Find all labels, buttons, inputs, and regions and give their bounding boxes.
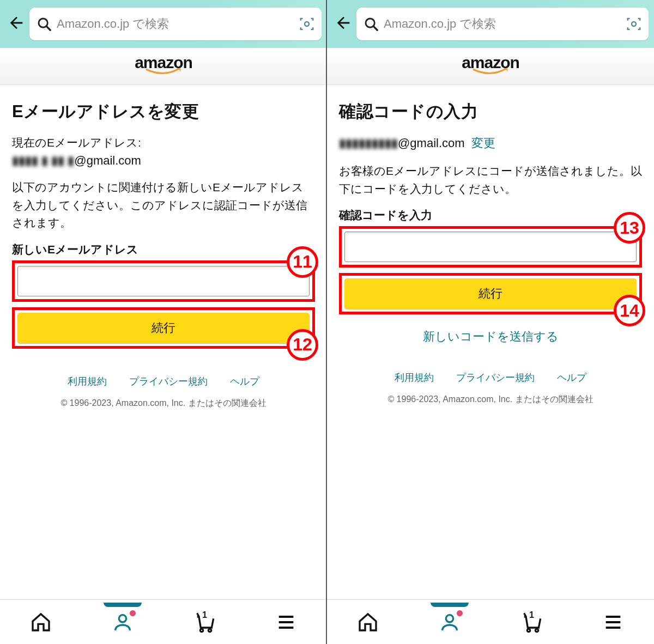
current-email-label: 現在のEメールアドレス:: [12, 135, 315, 150]
code-input[interactable]: [344, 232, 637, 262]
change-link[interactable]: 変更: [471, 136, 495, 150]
lens-icon[interactable]: [299, 16, 315, 32]
svg-point-11: [632, 22, 636, 26]
screen-enter-code: Amazon.co.jp で検索 amazon 確認コードの入力 ▮▮▮▮▮▮▮…: [327, 0, 654, 644]
cart-count: 1: [202, 610, 207, 620]
search-placeholder: Amazon.co.jp で検索: [384, 16, 626, 32]
highlight-button: 続行: [339, 273, 642, 314]
notification-dot-icon: [457, 610, 463, 616]
home-icon: [30, 611, 52, 633]
bottom-nav: 1: [0, 599, 327, 644]
hamburger-icon: [602, 611, 624, 633]
logo-strip: amazon: [0, 48, 327, 85]
continue-button[interactable]: 続行: [344, 278, 637, 309]
code-label: 確認コードを入力: [339, 208, 642, 223]
arrow-left-icon: [7, 14, 26, 32]
search-box[interactable]: Amazon.co.jp で検索: [29, 8, 322, 40]
copyright: © 1996-2023, Amazon.com, Inc. またはその関連会社: [12, 398, 315, 409]
nav-cart[interactable]: 1: [517, 608, 546, 636]
svg-line-10: [373, 26, 377, 30]
link-privacy[interactable]: プライバシー規約: [456, 372, 535, 383]
amazon-smile-icon: [467, 68, 514, 76]
continue-button[interactable]: 続行: [17, 313, 310, 343]
copyright: © 1996-2023, Amazon.com, Inc. またはその関連会社: [339, 394, 642, 405]
instruction-text: 以下のアカウントに関連付ける新しいEメールアドレスを入力してください。このアドレ…: [12, 179, 315, 232]
svg-point-5: [208, 629, 211, 631]
svg-point-3: [119, 615, 126, 622]
resend-code-link[interactable]: 新しいコードを送信する: [339, 329, 642, 345]
nav-account[interactable]: [108, 608, 137, 636]
search-placeholder: Amazon.co.jp で検索: [57, 16, 299, 32]
home-icon: [357, 611, 379, 633]
link-help[interactable]: ヘルプ: [230, 376, 259, 387]
notification-dot-icon: [130, 610, 136, 616]
search-box[interactable]: Amazon.co.jp で検索: [356, 8, 649, 40]
logo-strip: amazon: [327, 48, 654, 85]
sent-to-email: ▮▮▮▮▮▮▮▮▮@gmail.com 変更: [339, 135, 642, 151]
back-button[interactable]: [330, 14, 356, 34]
current-email-value: ▮▮▮▮ ▮ ▮▮ ▮@gmail.com: [12, 154, 315, 168]
page-title: Eメールアドレスを変更: [12, 100, 315, 123]
highlight-input: [339, 226, 642, 268]
screen-change-email: Amazon.co.jp で検索 amazon Eメールアドレスを変更 現在のE…: [0, 0, 327, 644]
annotation-badge-14: 14: [614, 295, 645, 326]
new-email-input[interactable]: [17, 266, 310, 296]
svg-point-12: [446, 615, 453, 622]
active-indicator: [104, 603, 142, 607]
nav-cart[interactable]: 1: [190, 608, 219, 636]
amazon-logo: amazon: [135, 57, 192, 76]
highlight-input: [12, 260, 315, 302]
new-email-label: 新しいEメールアドレス: [12, 242, 315, 257]
hamburger-icon: [275, 611, 297, 633]
content-right: 確認コードの入力 ▮▮▮▮▮▮▮▮▮@gmail.com 変更 お客様のEメール…: [327, 85, 654, 644]
back-button[interactable]: [3, 14, 29, 34]
cart-count: 1: [529, 610, 534, 620]
svg-point-2: [305, 22, 309, 26]
link-help[interactable]: ヘルプ: [557, 372, 586, 383]
footer-links: 利用規約 プライバシー規約 ヘルプ: [12, 375, 315, 388]
link-privacy[interactable]: プライバシー規約: [129, 376, 208, 387]
annotation-badge-12: 12: [287, 329, 318, 361]
search-icon: [363, 16, 379, 32]
page-title: 確認コードの入力: [339, 100, 642, 123]
nav-home[interactable]: [27, 608, 55, 636]
link-terms[interactable]: 利用規約: [395, 372, 434, 383]
svg-line-1: [46, 26, 50, 30]
highlight-button: 続行: [12, 307, 315, 349]
bottom-nav: 1: [327, 599, 654, 644]
svg-point-4: [200, 629, 203, 631]
top-bar: Amazon.co.jp で検索: [327, 0, 654, 48]
annotation-badge-11: 11: [287, 246, 318, 278]
svg-point-13: [527, 629, 530, 631]
content-left: Eメールアドレスを変更 現在のEメールアドレス: ▮▮▮▮ ▮ ▮▮ ▮@gma…: [0, 85, 327, 644]
link-terms[interactable]: 利用規約: [68, 376, 107, 387]
search-icon: [36, 16, 52, 32]
svg-point-14: [535, 629, 538, 631]
annotation-badge-13: 13: [614, 212, 645, 244]
nav-menu[interactable]: [599, 608, 627, 636]
top-bar: Amazon.co.jp で検索: [0, 0, 327, 48]
arrow-left-icon: [334, 14, 353, 32]
active-indicator: [431, 603, 469, 607]
nav-home[interactable]: [354, 608, 382, 636]
lens-icon[interactable]: [626, 16, 642, 32]
amazon-logo: amazon: [462, 57, 519, 76]
instruction-text: お客様のEメールアドレスにコードが送信されました。以下にコードを入力してください…: [339, 162, 642, 198]
amazon-smile-icon: [140, 68, 187, 76]
nav-account[interactable]: [435, 608, 464, 636]
nav-menu[interactable]: [272, 608, 300, 636]
footer-links: 利用規約 プライバシー規約 ヘルプ: [339, 371, 642, 384]
